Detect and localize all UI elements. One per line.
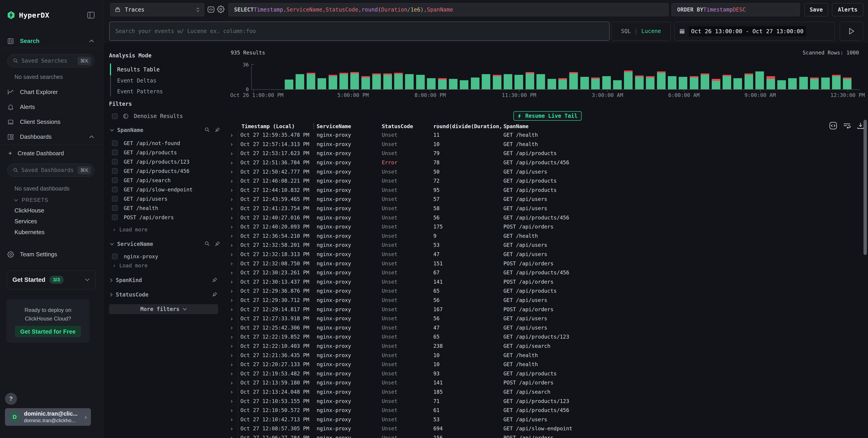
sidebar-collapse-icon[interactable] — [87, 12, 95, 19]
filter-value-row[interactable]: GET /api/not-found — [112, 139, 193, 148]
row-expand-chevron[interactable]: › — [230, 169, 238, 175]
chart-bar[interactable] — [504, 74, 512, 89]
checkbox[interactable] — [112, 196, 118, 202]
column-header-timestamp[interactable]: Timestamp (Local) — [238, 122, 311, 130]
table-row[interactable]: ›Oct 27 12:22:10.403 PMnginx-proxyUnset2… — [223, 341, 864, 351]
query-settings-gear-icon[interactable] — [217, 5, 224, 13]
chart-bar[interactable] — [339, 73, 348, 89]
table-row[interactable]: ›Oct 27 12:44:10.832 PMnginx-proxyUnset9… — [223, 186, 864, 195]
language-sql-option[interactable]: SQL — [621, 28, 631, 34]
filter-value-row[interactable]: GET /api/products — [112, 148, 193, 157]
get-started-card[interactable]: Get Started 3/3 — [7, 270, 95, 289]
chart-bar[interactable] — [701, 73, 709, 89]
table-row[interactable]: ›Oct 27 12:43:59.465 PMnginx-proxyUnset5… — [223, 195, 864, 204]
table-row[interactable]: ›Oct 27 12:10:53.155 PMnginx-proxyUnset7… — [223, 396, 864, 406]
filter-value-row[interactable]: GET /api/products/123 — [112, 157, 193, 166]
chart-bar[interactable] — [317, 78, 326, 89]
row-expand-chevron[interactable]: › — [230, 297, 238, 303]
row-expand-chevron[interactable]: › — [230, 407, 238, 413]
row-expand-chevron[interactable]: › — [230, 205, 238, 211]
get-started-free-button[interactable]: Get Started for Free — [15, 326, 81, 337]
mode-event-deltas[interactable]: Event Deltas — [117, 77, 156, 84]
table-row[interactable]: ›Oct 27 12:13:24.048 PMnginx-proxyUnset1… — [223, 388, 864, 397]
checkbox[interactable] — [112, 214, 118, 220]
column-header-statuscode[interactable]: StatusCode — [374, 124, 426, 129]
chart-bar[interactable] — [449, 79, 458, 89]
pin-icon[interactable] — [215, 127, 220, 132]
saved-searches-input[interactable] — [22, 58, 78, 64]
load-more-servicename[interactable]: › Load more — [113, 263, 148, 269]
row-expand-chevron[interactable]: › — [230, 279, 238, 285]
pin-icon[interactable] — [212, 277, 218, 282]
table-row[interactable]: ›Oct 27 12:22:19.852 PMnginx-proxyUnset6… — [223, 332, 864, 341]
filter-value-row[interactable]: nginx-proxy — [112, 252, 158, 261]
chart-bar[interactable] — [613, 80, 622, 89]
column-resize-handle[interactable] — [384, 123, 385, 129]
row-expand-chevron[interactable]: › — [230, 242, 238, 248]
filter-group-spankind[interactable]: SpanKind — [110, 277, 142, 283]
search-icon[interactable] — [205, 127, 210, 132]
row-expand-chevron[interactable]: › — [230, 150, 238, 157]
chart-bar[interactable] — [734, 78, 742, 89]
row-expand-chevron[interactable]: › — [230, 325, 238, 331]
time-range-picker[interactable]: Oct 26 13:00:00 - Oct 27 13:00:00 — [674, 22, 835, 41]
filter-value-row[interactable]: GET /api/search — [112, 176, 193, 185]
table-row[interactable]: ›Oct 27 12:25:42.306 PMnginx-proxyUnset4… — [223, 323, 864, 332]
chart-bar[interactable] — [405, 74, 414, 89]
column-resize-handle[interactable] — [313, 123, 314, 129]
filter-group-servicename[interactable]: ServiceName — [110, 241, 153, 247]
chart-bar[interactable] — [372, 73, 381, 89]
presets-toggle[interactable]: PRESETS — [14, 197, 49, 203]
table-row[interactable]: ›Oct 27 12:59:35.478 PMnginx-proxyUnset1… — [223, 130, 864, 140]
filter-value-row[interactable]: GET /api/users — [112, 194, 193, 203]
chart-bar[interactable] — [821, 77, 830, 89]
table-row[interactable]: ›Oct 27 12:08:57.305 PMnginx-proxyUnset6… — [223, 424, 864, 433]
table-row[interactable]: ›Oct 27 12:21:36.435 PMnginx-proxyUnset1… — [223, 350, 864, 360]
column-resize-handle[interactable] — [437, 123, 438, 129]
run-query-button[interactable] — [840, 22, 863, 41]
brand[interactable]: HyperDX — [7, 11, 49, 20]
chart-bar[interactable] — [635, 75, 644, 89]
row-expand-chevron[interactable]: › — [230, 132, 238, 138]
row-expand-chevron[interactable]: › — [230, 352, 238, 358]
chart-bar[interactable] — [767, 76, 775, 89]
sidebar-item-client-sessions[interactable]: Client Sessions — [7, 119, 60, 126]
chart-bar[interactable] — [482, 74, 490, 89]
row-expand-chevron[interactable]: › — [230, 361, 238, 368]
table-row[interactable]: ›Oct 27 12:51:36.784 PMnginx-proxyError7… — [223, 158, 864, 167]
table-row[interactable]: ›Oct 27 12:41:23.754 PMnginx-proxyUnset5… — [223, 204, 864, 213]
alerts-button[interactable]: Alerts — [832, 3, 863, 16]
row-expand-chevron[interactable]: › — [230, 260, 238, 266]
filter-group-statuscode[interactable]: StatusCode — [110, 292, 149, 298]
table-row[interactable]: ›Oct 27 12:32:18.313 PMnginx-proxyUnset4… — [223, 250, 864, 259]
checkbox[interactable] — [112, 177, 118, 183]
chart-bar[interactable] — [493, 75, 501, 89]
filter-value-row[interactable]: GET /health — [112, 203, 193, 213]
table-row[interactable]: ›Oct 27 12:30:23.261 PMnginx-proxyUnset6… — [223, 268, 864, 277]
mode-event-patterns[interactable]: Event Patterns — [117, 88, 163, 95]
filter-group-spanname[interactable]: SpanName — [110, 127, 144, 133]
table-row[interactable]: ›Oct 27 12:53:17.623 PMnginx-proxyUnset7… — [223, 149, 864, 158]
chart-bar[interactable] — [745, 73, 753, 89]
event-search-input[interactable] — [109, 22, 610, 41]
table-row[interactable]: ›Oct 27 12:32:08.750 PMnginx-proxyUnset1… — [223, 259, 864, 268]
row-expand-chevron[interactable]: › — [230, 334, 238, 340]
order-by-editor[interactable]: ORDER BY Timestamp DESC — [672, 3, 800, 16]
column-resize-handle[interactable] — [506, 123, 507, 129]
table-row[interactable]: ›Oct 27 12:06:27.284 PMnginx-proxyUnset1… — [223, 433, 864, 438]
checkbox[interactable] — [112, 149, 118, 155]
table-row[interactable]: ›Oct 27 12:46:08.221 PMnginx-proxyUnset7… — [223, 176, 864, 186]
table-row[interactable]: ›Oct 27 12:40:20.093 PMnginx-proxyUnset1… — [223, 222, 864, 231]
chart-bar[interactable] — [515, 75, 523, 89]
chart-bar[interactable] — [307, 73, 315, 89]
row-expand-chevron[interactable]: › — [230, 435, 238, 438]
chart-bar[interactable] — [362, 76, 370, 89]
chart-bar[interactable] — [832, 75, 841, 89]
sidebar-item-alerts[interactable]: Alerts — [7, 103, 35, 110]
chart-bar[interactable] — [788, 78, 797, 89]
chart-bar[interactable] — [777, 80, 786, 89]
preset-clickhouse[interactable]: ClickHouse — [14, 207, 44, 214]
source-select[interactable]: Traces — [110, 3, 204, 16]
row-expand-chevron[interactable]: › — [230, 214, 238, 221]
chart-bar[interactable] — [438, 78, 447, 89]
